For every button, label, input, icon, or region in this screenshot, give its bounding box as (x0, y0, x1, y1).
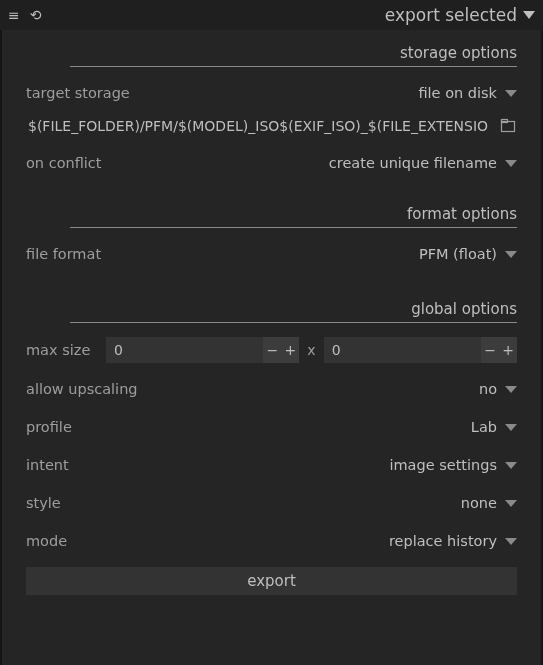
profile-row[interactable]: profile Lab (26, 415, 517, 439)
max-height-stepper[interactable]: 0 − + (324, 337, 517, 363)
chevron-down-icon (505, 160, 517, 167)
style-label: style (26, 495, 61, 511)
plus-icon[interactable]: + (281, 337, 299, 363)
max-height-value: 0 (324, 342, 481, 358)
on-conflict-label: on conflict (26, 155, 102, 171)
intent-label: intent (26, 457, 69, 473)
mode-value: replace history (389, 533, 497, 549)
plus-icon[interactable]: + (499, 337, 517, 363)
intent-value: image settings (389, 457, 497, 473)
allow-upscaling-label: allow upscaling (26, 381, 138, 397)
folder-picker-icon[interactable] (499, 117, 517, 135)
chevron-down-icon (505, 462, 517, 469)
chevron-down-icon (505, 90, 517, 97)
file-format-label: file format (26, 246, 101, 262)
section-global-options: global options (70, 300, 517, 323)
profile-value: Lab (471, 419, 497, 435)
export-button-label: export (247, 572, 296, 590)
mode-label: mode (26, 533, 67, 549)
module-header: ≡ ⟲ export selected (0, 0, 543, 30)
allow-upscaling-value: no (479, 381, 497, 397)
mode-row[interactable]: mode replace history (26, 529, 517, 553)
preset-menu-icon[interactable]: ≡ (8, 8, 20, 22)
export-panel: storage options target storage file on d… (0, 30, 543, 665)
section-format-options: format options (70, 205, 517, 228)
chevron-down-icon (505, 424, 517, 431)
collapse-icon[interactable] (523, 11, 535, 19)
reset-icon[interactable]: ⟲ (30, 8, 42, 22)
section-storage-options: storage options (70, 44, 517, 67)
target-storage-row[interactable]: target storage file on disk (26, 81, 517, 105)
max-width-stepper[interactable]: 0 − + (106, 337, 299, 363)
max-width-value: 0 (106, 342, 263, 358)
file-format-value: PFM (float) (419, 246, 497, 262)
target-storage-label: target storage (26, 85, 130, 101)
on-conflict-value: create unique filename (329, 155, 497, 171)
chevron-down-icon (505, 500, 517, 507)
intent-row[interactable]: intent image settings (26, 453, 517, 477)
size-x-separator: x (307, 342, 315, 358)
chevron-down-icon (505, 386, 517, 393)
max-size-label: max size (26, 342, 98, 358)
style-value: none (461, 495, 497, 511)
allow-upscaling-row[interactable]: allow upscaling no (26, 377, 517, 401)
module-title[interactable]: export selected (385, 5, 517, 25)
profile-label: profile (26, 419, 72, 435)
file-format-row[interactable]: file format PFM (float) (26, 242, 517, 266)
chevron-down-icon (505, 251, 517, 258)
minus-icon[interactable]: − (263, 337, 281, 363)
target-storage-value: file on disk (418, 85, 497, 101)
on-conflict-row[interactable]: on conflict create unique filename (26, 151, 517, 175)
export-button[interactable]: export (26, 567, 517, 595)
chevron-down-icon (505, 538, 517, 545)
minus-icon[interactable]: − (481, 337, 499, 363)
export-path-input[interactable] (26, 115, 491, 137)
style-row[interactable]: style none (26, 491, 517, 515)
